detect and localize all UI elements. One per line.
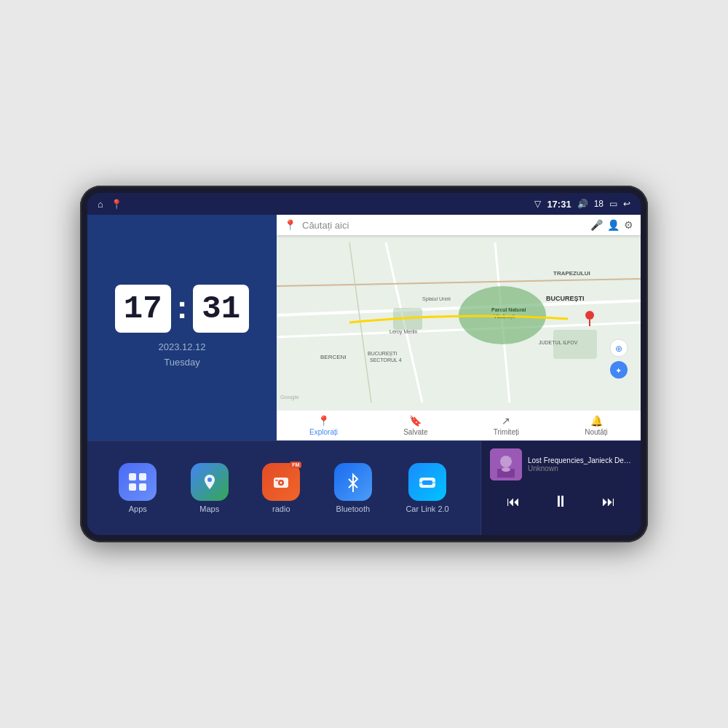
music-controls: ⏮ ⏸ ⏭ [490, 485, 632, 518]
status-right-info: ▽ 17:31 🔊 18 ▭ ↩ [534, 199, 630, 210]
bluetooth-app-icon [334, 463, 372, 501]
mic-icon[interactable]: 🎤 [590, 219, 603, 231]
map-nav-news[interactable]: 🔔 Noutăți [585, 415, 608, 436]
map-bottom-bar: 📍 Explorați 🔖 Salvate ↗ Trimiteți 🔔 [277, 410, 641, 440]
play-pause-button[interactable]: ⏸ [545, 489, 576, 514]
status-bar: ⌂ 📍 ▽ 17:31 🔊 18 ▭ ↩ [87, 193, 641, 215]
app-item-carlink[interactable]: Car Link 2.0 [405, 463, 448, 513]
status-left-icons: ⌂ 📍 [98, 199, 122, 210]
bookmark-icon: 🔖 [409, 415, 422, 427]
svg-text:BUCUREȘTI: BUCUREȘTI [546, 295, 585, 302]
map-nav-share-label: Trimiteți [494, 428, 519, 436]
bluetooth-label: Bluetooth [336, 505, 370, 513]
radio-fm-badge: FM [290, 462, 301, 468]
clock-widget: 17 : 31 2023.12.12 Tuesday [87, 215, 277, 440]
main-content: 17 : 31 2023.12.12 Tuesday 📍 Căutați aic… [87, 215, 641, 535]
map-nav-saved-label: Salvate [403, 428, 427, 436]
music-title: Lost Frequencies_Janieck Devy-... [528, 456, 632, 464]
svg-text:✦: ✦ [615, 366, 622, 375]
svg-rect-27 [129, 473, 136, 480]
music-text: Lost Frequencies_Janieck Devy-... Unknow… [528, 456, 632, 472]
music-thumbnail [490, 448, 522, 480]
next-button[interactable]: ⏭ [595, 491, 622, 513]
map-nav-saved[interactable]: 🔖 Salvate [403, 415, 427, 436]
map-search-text[interactable]: Căutați aici [302, 220, 585, 231]
app-item-maps[interactable]: Maps [191, 463, 229, 513]
back-icon[interactable]: ↩ [623, 199, 630, 209]
status-time: 17:31 [547, 199, 571, 210]
svg-point-40 [500, 456, 512, 467]
svg-rect-28 [139, 473, 146, 480]
svg-text:⊕: ⊕ [615, 344, 622, 354]
svg-text:JUDEȚUL ILFOV: JUDEȚUL ILFOV [539, 340, 578, 346]
map-search-bar[interactable]: 📍 Căutați aici 🎤 👤 ⚙ [277, 215, 641, 235]
svg-text:Parcul Natural: Parcul Natural [491, 307, 526, 312]
volume-level: 18 [594, 199, 604, 209]
svg-rect-29 [129, 483, 136, 491]
svg-point-42 [502, 467, 510, 472]
clock-minutes: 31 [193, 285, 249, 333]
map-search-actions: 🎤 👤 ⚙ [590, 219, 633, 231]
volume-icon: 🔊 [577, 199, 588, 209]
app-item-bluetooth[interactable]: Bluetooth [334, 463, 372, 513]
home-icon[interactable]: ⌂ [98, 199, 103, 210]
map-widget: 📍 Căutați aici 🎤 👤 ⚙ [277, 215, 641, 440]
svg-rect-38 [419, 482, 435, 483]
svg-rect-30 [139, 483, 146, 491]
account-icon[interactable]: 👤 [607, 219, 620, 231]
music-info: Lost Frequencies_Janieck Devy-... Unknow… [490, 448, 632, 480]
carlink-app-icon [408, 463, 446, 501]
svg-rect-35 [275, 480, 278, 481]
settings-icon[interactable]: ⚙ [624, 219, 633, 231]
map-nav-explore[interactable]: 📍 Explorați [309, 415, 338, 436]
map-nav-share[interactable]: ↗ Trimiteți [494, 415, 519, 436]
bottom-section: Apps Maps [87, 440, 641, 535]
battery-icon: ▭ [609, 199, 617, 209]
svg-text:TRAPEZULUI: TRAPEZULUI [553, 270, 590, 277]
apps-label: Apps [129, 505, 147, 513]
bell-icon: 🔔 [590, 415, 603, 427]
prev-button[interactable]: ⏮ [499, 491, 527, 513]
carlink-label: Car Link 2.0 [405, 505, 448, 513]
clock-hours: 17 [115, 285, 171, 333]
app-item-radio[interactable]: FM radio [262, 463, 300, 513]
svg-text:SECTORUL 4: SECTORUL 4 [370, 357, 402, 363]
screen: ⌂ 📍 ▽ 17:31 🔊 18 ▭ ↩ 17 : [87, 193, 641, 535]
top-section: 17 : 31 2023.12.12 Tuesday 📍 Căutați aic… [87, 215, 641, 440]
svg-text:Leroy Merlin: Leroy Merlin [389, 329, 418, 335]
share-icon: ↗ [502, 415, 510, 427]
radio-app-icon [262, 463, 300, 501]
svg-text:BUCUREȘTI: BUCUREȘTI [368, 351, 397, 357]
map-nav-explore-label: Explorați [309, 428, 338, 436]
svg-point-31 [207, 478, 212, 482]
svg-rect-0 [277, 242, 641, 403]
explore-icon: 📍 [317, 415, 330, 427]
svg-point-34 [280, 482, 282, 484]
map-nav-news-label: Noutăți [585, 428, 608, 436]
clock-colon: : [177, 289, 188, 325]
maps-app-icon [191, 463, 229, 501]
svg-text:Splaiul Unirii: Splaiul Unirii [422, 296, 451, 302]
car-head-unit: ⌂ 📍 ▽ 17:31 🔊 18 ▭ ↩ 17 : [80, 186, 648, 542]
apps-icon [119, 463, 157, 501]
radio-label: radio [272, 505, 290, 513]
svg-text:Google: Google [280, 394, 299, 400]
signal-icon: ▽ [534, 199, 541, 209]
music-player: Lost Frequencies_Janieck Devy-... Unknow… [480, 441, 641, 535]
map-logo-icon: 📍 [284, 219, 296, 231]
maps-label: Maps [199, 505, 219, 513]
svg-text:BERCENI: BERCENI [320, 354, 347, 360]
clock-date: 2023.12.12 Tuesday [158, 340, 205, 371]
maps-pin-icon[interactable]: 📍 [111, 199, 122, 210]
radio-icon-wrapper: FM [262, 463, 300, 501]
music-artist: Unknown [528, 464, 632, 472]
clock-display: 17 : 31 [115, 285, 249, 333]
app-item-apps[interactable]: Apps [119, 463, 157, 513]
apps-dock: Apps Maps [87, 441, 480, 535]
svg-point-20 [585, 311, 594, 320]
map-area[interactable]: Parcul Natural Văcărești TRAPEZULUI BUCU… [277, 235, 641, 410]
